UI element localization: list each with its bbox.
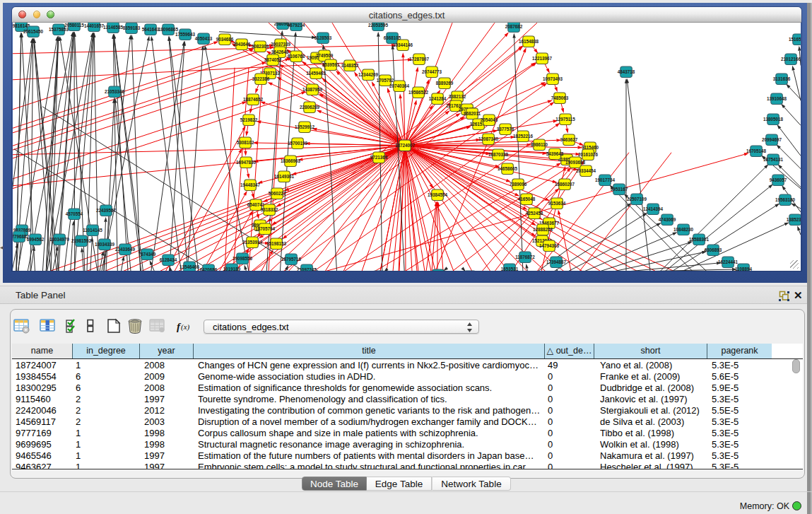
svg-text:3642648: 3642648 <box>271 49 289 54</box>
svg-text:16154838: 16154838 <box>519 38 539 43</box>
svg-text:1653531: 1653531 <box>501 266 519 271</box>
svg-text:3382132: 3382132 <box>449 93 466 98</box>
svg-text:18874652: 18874652 <box>243 96 264 101</box>
svg-text:6128503: 6128503 <box>314 35 332 40</box>
svg-text:9034686: 9034686 <box>216 36 234 41</box>
svg-text:12213967: 12213967 <box>532 55 553 60</box>
svg-text:19586522: 19586522 <box>408 89 429 94</box>
svg-text:15165337: 15165337 <box>789 36 801 41</box>
svg-text:8389269: 8389269 <box>436 80 454 85</box>
svg-text:3322386: 3322386 <box>252 76 270 81</box>
svg-text:7749509: 7749509 <box>316 52 334 57</box>
svg-text:4252458: 4252458 <box>526 210 543 215</box>
svg-text:20037339: 20037339 <box>271 41 291 46</box>
svg-text:13529912: 13529912 <box>295 124 315 129</box>
svg-text:21353914: 21353914 <box>242 239 263 244</box>
svg-text:5641643: 5641643 <box>142 26 160 31</box>
svg-text:8539591: 8539591 <box>322 62 340 66</box>
svg-text:13546466: 13546466 <box>180 264 200 269</box>
svg-text:18034970: 18034970 <box>49 236 70 241</box>
svg-text:12888253: 12888253 <box>533 226 553 231</box>
svg-text:9953167: 9953167 <box>611 186 628 191</box>
svg-text:4679214: 4679214 <box>288 23 305 28</box>
svg-text:20161026: 20161026 <box>578 151 599 156</box>
svg-text:18724007: 18724007 <box>395 142 416 147</box>
svg-text:18795716: 18795716 <box>281 256 302 261</box>
svg-text:5060227: 5060227 <box>269 190 286 195</box>
svg-text:21097245: 21097245 <box>297 267 317 271</box>
svg-text:1385239: 1385239 <box>787 216 801 221</box>
svg-text:18252216: 18252216 <box>513 133 534 138</box>
svg-text:22439587: 22439587 <box>96 207 117 212</box>
svg-text:18754131: 18754131 <box>763 156 784 161</box>
svg-text:20580115: 20580115 <box>64 23 84 28</box>
svg-text:3874052: 3874052 <box>264 57 282 62</box>
svg-text:19448347: 19448347 <box>240 182 261 187</box>
svg-text:9318332: 9318332 <box>261 206 278 211</box>
svg-text:1241284: 1241284 <box>429 95 447 100</box>
svg-text:10973493: 10973493 <box>543 76 563 81</box>
svg-text:19563180: 19563180 <box>775 197 796 201</box>
svg-text:15588301: 15588301 <box>689 236 710 241</box>
svg-text:13910648: 13910648 <box>767 95 787 100</box>
svg-text:18096865: 18096865 <box>158 26 179 31</box>
svg-text:14794303: 14794303 <box>539 243 560 247</box>
svg-text:22507109: 22507109 <box>627 196 647 201</box>
svg-text:6540741: 6540741 <box>247 201 265 206</box>
svg-text:20740364: 20740364 <box>389 83 410 88</box>
svg-text:16947830: 16947830 <box>236 159 257 164</box>
svg-text:8106768: 8106768 <box>288 53 305 58</box>
svg-text:21053346: 21053346 <box>105 88 125 93</box>
svg-text:13146585: 13146585 <box>103 24 124 29</box>
svg-text:17394887: 17394887 <box>546 259 567 264</box>
svg-text:12414394: 12414394 <box>643 206 664 211</box>
svg-text:18366963: 18366963 <box>281 158 301 163</box>
svg-text:(x): (x) <box>181 322 190 332</box>
svg-text:22806289: 22806289 <box>300 104 320 109</box>
svg-text:18034339: 18034339 <box>95 241 115 246</box>
svg-text:4165048: 4165048 <box>518 196 536 201</box>
svg-text:9153634: 9153634 <box>548 200 566 205</box>
svg-text:12087340: 12087340 <box>478 136 499 141</box>
svg-text:16149361: 16149361 <box>274 173 295 178</box>
svg-text:7485063: 7485063 <box>551 95 569 100</box>
svg-text:21012166: 21012166 <box>781 56 801 61</box>
svg-text:9463627: 9463627 <box>560 136 578 141</box>
svg-text:4843718: 4843718 <box>618 69 635 74</box>
svg-text:4570554: 4570554 <box>66 211 83 216</box>
svg-text:4743069: 4743069 <box>659 216 676 221</box>
svg-text:6994562: 6994562 <box>27 236 45 241</box>
svg-text:13805018: 13805018 <box>763 116 784 121</box>
svg-text:8986110: 8986110 <box>531 141 548 146</box>
svg-text:7389096: 7389096 <box>510 181 527 186</box>
svg-text:16860207: 16860207 <box>555 181 575 186</box>
svg-text:21433649: 21433649 <box>115 246 136 251</box>
svg-text:5439648: 5439648 <box>546 151 564 156</box>
svg-text:6420686: 6420686 <box>200 267 218 271</box>
svg-text:8721369: 8721369 <box>370 154 388 159</box>
svg-text:18705794: 18705794 <box>255 226 276 230</box>
svg-text:19098556: 19098556 <box>233 255 253 260</box>
svg-text:17559643: 17559643 <box>175 31 196 36</box>
svg-text:19093688: 19093688 <box>565 159 586 164</box>
svg-text:17287807: 17287807 <box>409 56 430 61</box>
svg-text:16224441: 16224441 <box>718 259 739 264</box>
svg-text:20615450: 20615450 <box>23 28 44 33</box>
svg-text:12975115: 12975115 <box>555 116 575 121</box>
svg-text:15375853: 15375853 <box>49 26 69 31</box>
svg-text:16870338: 16870338 <box>488 151 509 156</box>
svg-text:8359183: 8359183 <box>123 25 141 30</box>
svg-text:15198153: 15198153 <box>266 240 287 245</box>
svg-text:14658665: 14658665 <box>498 165 518 170</box>
svg-text:12344269: 12344269 <box>358 71 379 76</box>
svg-text:20744773: 20744773 <box>422 69 442 74</box>
svg-text:6306893: 6306893 <box>705 247 722 252</box>
svg-text:11014145: 11014145 <box>83 227 102 232</box>
svg-text:20334454: 20334454 <box>576 168 596 173</box>
svg-text:1108894: 1108894 <box>735 266 753 271</box>
svg-text:3377578: 3377578 <box>497 126 514 131</box>
svg-text:22053595: 22053595 <box>368 23 389 28</box>
svg-text:1705792: 1705792 <box>377 77 394 82</box>
svg-text:11876872: 11876872 <box>515 254 535 259</box>
svg-text:9436057: 9436057 <box>770 177 787 182</box>
